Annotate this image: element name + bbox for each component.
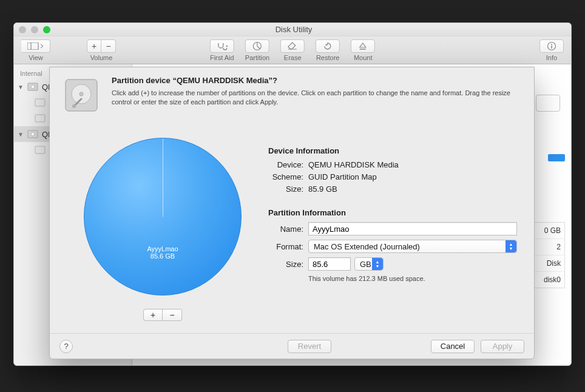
mount-label: Mount [354,54,373,61]
sidebar-layout-icon [27,42,44,50]
volume-group: + − Volume [87,39,116,61]
mount-icon [359,42,367,50]
size-label: Size: [268,184,303,194]
svg-point-2 [226,45,228,47]
format-select[interactable]: Mac OS Extended (Journaled) ▲▼ [308,240,517,253]
view-mode-button[interactable] [21,39,50,53]
add-partition-button[interactable]: + [143,309,163,321]
apply-button[interactable]: Apply [481,340,524,353]
zoom-window-button[interactable] [43,26,50,33]
erase-label: Erase [284,54,302,61]
used-space-note: This volume has 212.3 MB used space. [308,275,517,282]
info-group: Info [539,39,564,61]
help-button[interactable]: ? [59,340,73,353]
device-info-heading: Device Information [268,146,517,155]
scheme-label: Scheme: [268,172,303,181]
restore-label: Restore [316,54,340,61]
volume-icon [35,144,46,155]
traffic-lights [19,26,50,33]
sheet-body: AyyyLmao 85.6 GB + − Device Information … [50,121,534,321]
view-group: View [21,39,50,61]
pie-segment-size: 85.6 GB [150,252,175,260]
first-aid-label: First Aid [210,54,234,61]
stethoscope-icon [217,42,228,50]
volume-icon [35,97,46,108]
info-button-behind[interactable] [536,95,560,112]
svg-point-10 [31,85,35,89]
partition-pie-chart[interactable]: AyyyLmao 85.6 GB [84,138,242,296]
sheet-header: Partition device “QEMU HARDDISK Media”? … [50,67,534,121]
svg-point-18 [79,92,83,96]
pie-segment-name: AyyyLmao [147,245,178,252]
view-label: View [29,54,43,61]
mount-button[interactable] [351,39,375,53]
psize-label: Size: [268,260,303,269]
partition-sheet: Partition device “QEMU HARDDISK Media”? … [49,67,535,359]
sheet-footer: ? Revert Cancel Apply [50,333,534,359]
svg-rect-12 [35,115,45,122]
sheet-title: Partition device “QEMU HARDDISK Media”? [112,76,522,85]
partition-info-heading: Partition Information [268,208,517,217]
svg-rect-11 [35,99,45,106]
format-select-value: Mac OS Extended (Journaled) [314,242,420,251]
select-arrows-icon: ▲▼ [506,240,516,252]
svg-point-19 [72,104,76,108]
volume-label: Volume [90,54,113,61]
disclosure-triangle-icon[interactable]: ▼ [18,131,24,138]
select-arrows-icon: ▲▼ [372,258,383,270]
svg-rect-0 [27,42,38,50]
erase-button[interactable] [280,39,305,53]
size-value: 85.9 GB [308,184,337,194]
info-button[interactable] [539,39,564,53]
device-value: QEMU HARDDISK Media [308,160,399,169]
revert-button[interactable]: Revert [288,340,331,353]
device-label: Device: [268,160,303,169]
pie-column: AyyyLmao 85.6 GB + − [59,126,266,321]
internal-drive-icon [27,129,38,140]
info-column: Device Information Device:QEMU HARDDISK … [266,126,524,321]
disclosure-triangle-icon[interactable]: ▼ [18,84,24,90]
scheme-value: GUID Partition Map [308,172,377,181]
format-label: Format: [268,242,303,251]
internal-drive-icon [27,81,38,92]
info-icon [547,41,556,51]
svg-rect-15 [35,146,45,154]
minimize-window-button[interactable] [31,26,38,33]
toolbar: View + − Volume First Aid Partition [14,36,571,64]
close-window-button[interactable] [19,26,26,33]
hard-drive-icon [62,76,101,115]
usage-bar-fragment [548,154,565,161]
sheet-description: Click add (+) to increase the number of … [112,89,522,107]
restore-icon [323,41,333,51]
partition-size-input[interactable] [308,257,351,271]
pie-chart-icon [252,41,262,51]
partition-add-remove: + − [143,309,182,321]
info-label: Info [546,54,557,61]
toolbar-center: First Aid Partition Erase Restore [210,39,375,61]
size-unit-select[interactable]: GB ▲▼ [354,257,384,271]
titlebar: Disk Utility [14,23,571,36]
volume-add-button[interactable]: + [87,39,101,53]
volume-remove-button[interactable]: − [101,39,116,53]
partition-button[interactable] [245,39,269,53]
size-unit-value: GB [360,260,371,269]
cancel-button[interactable]: Cancel [431,340,475,353]
volume-icon [35,113,46,124]
svg-point-7 [551,44,552,45]
remove-partition-button[interactable]: − [163,309,182,321]
restore-button[interactable] [316,39,340,53]
svg-point-14 [31,132,35,136]
eraser-icon [287,42,298,50]
name-label: Name: [268,225,303,234]
partition-name-input[interactable] [308,222,517,235]
first-aid-button[interactable] [210,39,234,53]
partition-label: Partition [245,54,269,61]
window-title: Disk Utility [50,25,537,34]
